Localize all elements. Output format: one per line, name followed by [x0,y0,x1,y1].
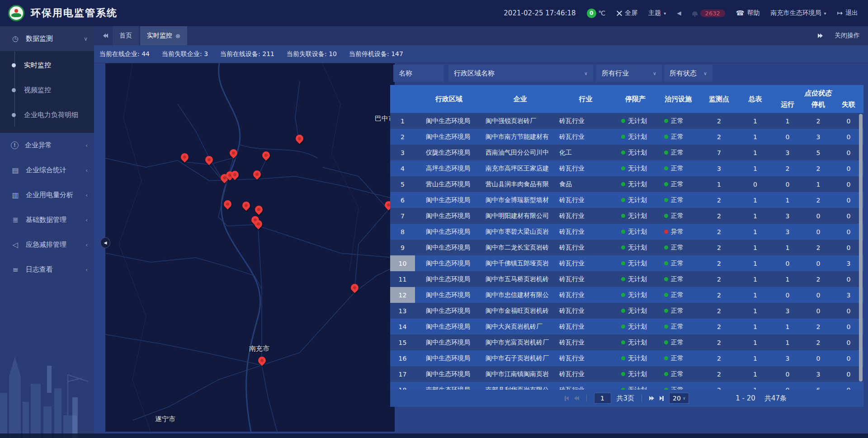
cell-company: 阆中市江南镇阆南页岩 [483,370,557,378]
column-header: 监测点 [700,95,738,104]
region-filter-select[interactable]: 行政区域名称 ∨ [448,65,593,82]
sidebar-subitem[interactable]: 实时监控 [0,53,94,78]
first-page-button[interactable] [565,396,569,401]
close-operations-button[interactable]: 关闭操作 [835,32,860,40]
sidebar-item-logs[interactable]: ≡日志查看‹ [0,257,94,282]
table-row[interactable]: 18南部生态环境局南部县利华页岩有限公砖瓦行业无计划正常21060 [390,382,863,390]
table-row[interactable]: 17阆中生态环境局阆中市江南镇阆南页岩砖瓦行业无计划正常21030 [390,366,863,382]
status-dot-green [664,182,668,186]
sidebar-item-power-analysis[interactable]: ▥企业用电量分析‹ [0,183,94,207]
cell-running: 1 [772,276,803,283]
page-size-select[interactable]: 20 ∨ [669,393,689,404]
divider [586,395,587,402]
table-row[interactable]: 5营山生态环境局营山县润丰肉食品有限食品无计划正常10010 [390,176,863,192]
industry-filter-select[interactable]: 所有行业 ∨ [596,65,662,82]
theme-label: 主题 [648,9,661,17]
org-dropdown[interactable]: 南充市生态环境局 ▾ [770,9,826,17]
cell-total-meters: 1 [738,307,772,315]
city-label: 遂宁市 [155,415,175,424]
fullscreen-button[interactable]: 全屏 [616,9,637,17]
table-row[interactable]: 8阆中生态环境局阆中市枣碧大梁山页岩砖瓦行业无计划异常21300 [390,224,863,240]
cell-running: 0 [772,371,803,378]
table-row[interactable]: 4高坪生态环境局南充市高坪区王家店建砖瓦行业无计划正常31220 [390,160,863,176]
sidebar-item-label: 数据监测 [26,34,84,43]
sidebar-item-data-monitor[interactable]: ◷数据监测∨ [0,26,94,51]
table-row[interactable]: 9阆中生态环境局阆中市二龙长宝页岩砖砖瓦行业无计划正常21120 [390,240,863,255]
table-row[interactable]: 14阆中生态环境局阆中大兴页岩机砖厂砖瓦行业无计划正常21120 [390,319,863,334]
status-text: 正常 [671,165,684,173]
table-scrollbar[interactable] [859,114,863,381]
cell-stopped: 3 [803,133,834,141]
name-filter-input[interactable] [393,65,444,82]
prev-page-button[interactable] [574,396,579,400]
chevron-left-icon: ‹ [85,167,88,174]
table-row[interactable]: 12阆中生态环境局阆中市忠信建材有限公砖瓦行业无计划正常21003 [390,287,863,303]
total-count-text: 共47条 [764,394,787,403]
app-logo-icon [8,5,24,21]
table-row[interactable]: 11阆中生态环境局阆中市五马桥页岩机砖砖瓦行业无计划正常21120 [390,271,863,287]
stat-label: 当前在线设备 [220,50,262,58]
status-text: 正常 [671,196,684,204]
table-row[interactable]: 16阆中生态环境局阆中市石子页岩机砖厂砖瓦行业无计划正常21300 [390,350,863,366]
cell-row-number: 15 [390,334,415,350]
next-page-button[interactable] [649,396,654,400]
table-row[interactable]: 15阆中生态环境局阆中市光富页岩机砖厂砖瓦行业无计划正常21120 [390,334,863,350]
cell-region: 阆中生态环境局 [415,354,483,363]
speaker-icon[interactable]: ◀ [677,10,681,16]
table-row[interactable]: 10阆中生态环境局阆中千佛镇五郎垭页岩砖瓦行业无计划正常21003 [390,255,863,271]
table-row[interactable]: 1阆中生态环境局阆中强锐页岩砖厂砖瓦行业无计划正常21120 [390,113,863,129]
map-panel[interactable]: 巴中市南充市遂宁市 [105,63,395,432]
region-filter-value: 行政区域名称 [454,69,495,78]
scroll-tabs-right-button[interactable] [818,33,823,38]
cell-running: 3 [772,212,803,220]
notifications[interactable]: 2632 [692,9,725,17]
sidebar-item-emergency[interactable]: ◁应急减排管理‹ [0,232,94,257]
exit-button[interactable]: ↦ 退出 [837,9,858,17]
sidebar-subitem[interactable]: 视频监控 [0,78,94,103]
cell-monitor-points: 2 [700,386,738,390]
status-dot-green [664,293,668,297]
table-row[interactable]: 6阆中生态环境局阆中市金博瑞新型墙材砖瓦行业无计划正常21120 [390,192,863,208]
theme-dropdown[interactable]: 主题 ▾ [648,9,666,17]
status-text: 正常 [671,307,684,315]
chevron-left-icon: ‹ [85,217,88,223]
page-number-input[interactable]: 1 [594,393,611,404]
status-text: 正常 [671,133,684,141]
cell-running: 1 [772,339,803,346]
tab-label: 实时监控 [147,32,172,40]
sidebar-item-label: 应急减排管理 [26,240,85,249]
cell-running: 3 [772,149,803,156]
cell-pollution-facility: 正常 [657,354,700,363]
sidebar-item-label: 日志查看 [26,265,85,274]
status-dot-green [621,230,625,234]
help-button[interactable]: ☎ 帮助 [736,9,760,17]
tab-item[interactable]: 首页 [113,26,139,45]
tab-item[interactable]: 实时监控⊗ [140,26,187,45]
table-row[interactable]: 2阆中生态环境局阆中市南方节能建材有砖瓦行业无计划正常21030 [390,129,863,145]
sidebar-item-company-abnormal[interactable]: !企业异常‹ [0,133,94,158]
table-row[interactable]: 7阆中生态环境局阆中明阳建材有限公司砖瓦行业无计划正常21300 [390,208,863,224]
cell-row-number: 4 [390,160,415,176]
main-area: 首页实时监控⊗ 关闭操作 当前在线企业44当前失联企业3当前在线设备211当前失… [94,26,868,438]
table-row[interactable]: 3仪陇生态环境局西南油气田分公司川中化工无计划正常71350 [390,145,863,160]
cell-region: 阆中生态环境局 [415,244,483,252]
last-page-button[interactable] [660,396,664,401]
cell-stopped: 2 [803,276,834,283]
stat-item: 当前在线设备211 [220,50,274,58]
table-header-main: 行政区域企业行业停限产治污设施监测点总表 [390,85,772,113]
table-row[interactable]: 13阆中生态环境局阆中市金福旺页岩机砖砖瓦行业无计划正常21300 [390,303,863,319]
close-tab-icon[interactable]: ⊗ [175,33,180,39]
cell-company: 南充市高坪区王家店建 [483,165,557,173]
bottom-edge-strip [0,433,868,438]
scroll-tabs-left-button[interactable] [99,26,113,45]
sidebar-item-base-data[interactable]: ≣基础数据管理‹ [0,207,94,232]
status-dot-green [664,325,668,329]
chevron-down-icon: ∨ [584,71,588,76]
sidebar-item-company-stats[interactable]: ▤企业综合统计‹ [0,158,94,183]
cell-pollution-facility: 正常 [657,307,700,315]
sidebar-subitem[interactable]: 企业电力负荷明细 [0,103,94,127]
cell-stopped: 2 [803,165,834,172]
collapse-panel-handle[interactable]: ◀ [100,237,110,248]
status-text: 异常 [671,228,684,236]
status-filter-select[interactable]: 所有状态 ∨ [664,65,712,82]
